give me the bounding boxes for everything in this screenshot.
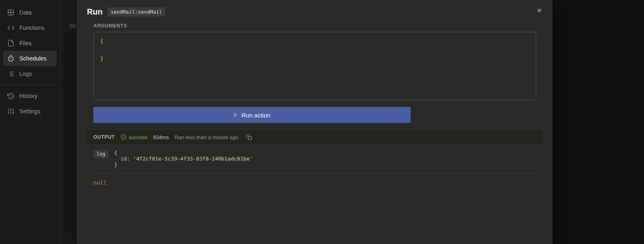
sidebar-item-data[interactable]: Data (3, 5, 57, 20)
copy-button[interactable] (244, 132, 254, 142)
modal-title: Run (87, 7, 103, 17)
log-badge: log (93, 150, 109, 158)
copy-icon (246, 134, 252, 140)
run-action-button[interactable]: Run action (93, 107, 411, 123)
sidebar: Data Functions Files Schedules (0, 0, 60, 244)
sidebar-item-label: Data (19, 9, 32, 16)
arguments-label: ARGUMENTS (93, 23, 536, 29)
result-value: null (93, 179, 107, 186)
sidebar-divider (0, 85, 60, 85)
background-content: Sc Run sendMail:sendMail ARGUMENTS { } R… (60, 0, 644, 244)
function-badge: sendMail:sendMail (107, 7, 165, 17)
svg-marker-23 (235, 113, 237, 117)
svg-rect-25 (248, 136, 252, 140)
arguments-input[interactable]: { } (93, 32, 536, 100)
sidebar-item-label: History (19, 93, 37, 99)
sidebar-item-files[interactable]: Files (3, 35, 57, 51)
output-bar: OUTPUT success 834ms Ran less than a min… (87, 130, 543, 144)
sliders-icon (7, 108, 14, 115)
result-section: null (93, 179, 536, 186)
sidebar-item-settings[interactable]: Settings (3, 104, 57, 119)
sidebar-item-logs[interactable]: Logs (3, 66, 57, 81)
svg-point-24 (121, 135, 126, 140)
close-icon[interactable] (535, 6, 543, 15)
log-entry: log { id: '4f2cf01e-5c39-4f33-83f8-240b1… (93, 150, 536, 174)
play-icon (233, 113, 238, 117)
sidebar-item-functions[interactable]: Functions (3, 20, 57, 35)
history-icon (7, 92, 14, 100)
code-icon (7, 24, 14, 31)
status-success: success (121, 134, 148, 140)
list-icon (7, 70, 14, 77)
sidebar-item-label: Logs (19, 71, 32, 77)
run-modal: Run sendMail:sendMail ARGUMENTS { } Run … (77, 0, 552, 244)
sidebar-item-label: Functions (19, 25, 45, 31)
sidebar-item-history[interactable]: History (3, 88, 57, 104)
modal-overlay: Run sendMail:sendMail ARGUMENTS { } Run … (60, 0, 644, 244)
duration-text: 834ms (153, 134, 169, 140)
timestamp-text: Ran less than a minute ago (175, 134, 238, 140)
check-circle-icon (121, 134, 126, 140)
log-body: { id: '4f2cf01e-5c39-4f33-83f8-240b1adc8… (114, 150, 253, 168)
sidebar-item-schedules[interactable]: Schedules (3, 51, 57, 66)
status-text: success (129, 134, 148, 140)
grid-icon (7, 9, 14, 16)
overlay-dim[interactable] (552, 0, 644, 244)
output-label: OUTPUT (93, 134, 115, 140)
arguments-section: ARGUMENTS { } (77, 19, 552, 100)
modal-header: Run sendMail:sendMail (77, 0, 552, 19)
file-icon (7, 40, 14, 47)
sidebar-item-label: Settings (19, 108, 40, 115)
stopwatch-icon (7, 55, 14, 62)
sidebar-item-label: Files (19, 40, 32, 46)
sidebar-item-label: Schedules (19, 55, 47, 62)
run-button-label: Run action (242, 112, 270, 119)
